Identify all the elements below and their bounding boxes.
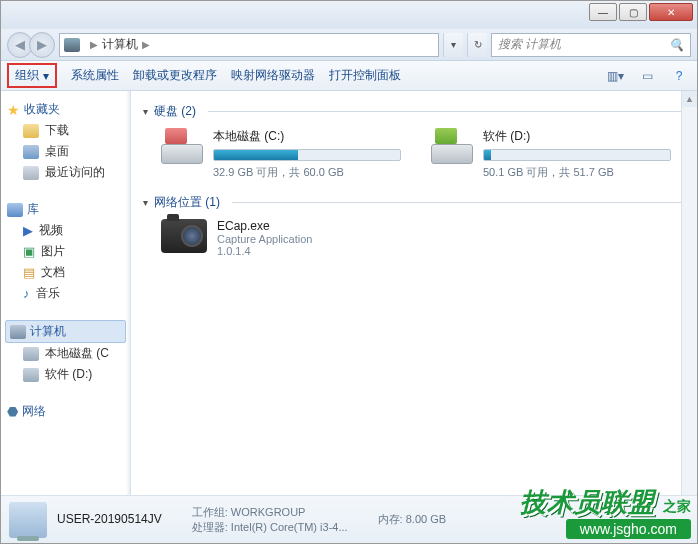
address-bar[interactable]: ▶ 计算机 ▶ [59, 33, 439, 57]
file-name: ECap.exe [217, 219, 312, 233]
chevron-icon[interactable]: ▶ [142, 39, 150, 50]
camera-icon [161, 219, 207, 253]
sidebar-item-recent[interactable]: 最近访问的 [5, 162, 126, 183]
group-header-drives[interactable]: ▾ 硬盘 (2) [143, 103, 685, 120]
preview-pane-button[interactable]: ▭ [635, 65, 659, 87]
folder-icon [23, 124, 39, 138]
file-description: Capture Application [217, 233, 312, 245]
address-text: 计算机 [102, 36, 138, 53]
music-icon: ♪ [23, 286, 30, 301]
disclosure-triangle-icon: ▾ [143, 106, 148, 117]
mem-label: 内存: [378, 513, 403, 525]
map-network-drive-button[interactable]: 映射网络驱动器 [231, 67, 315, 84]
sidebar: ★ 收藏夹 下载 桌面 最近访问的 库 ▶ 视频 [1, 91, 131, 495]
computer-icon [64, 38, 80, 52]
forward-button[interactable]: ▶ [29, 32, 55, 58]
chevron-down-icon: ▾ [618, 69, 624, 83]
scrollbar[interactable]: ▲ [681, 91, 697, 495]
view-mode-button[interactable]: ▥ ▾ [603, 65, 627, 87]
disclosure-triangle-icon: ▾ [143, 197, 148, 208]
computer-label: 计算机 [30, 323, 66, 340]
group-header-network[interactable]: ▾ 网络位置 (1) [143, 194, 685, 211]
sidebar-network-header[interactable]: ⬣ 网络 [5, 401, 126, 422]
drive-icon [23, 347, 39, 361]
drive-icon [431, 128, 473, 164]
network-icon: ⬣ [7, 404, 18, 419]
navigation-bar: ◀ ▶ ▶ 计算机 ▶ ▾ ↻ 搜索 计算机 🔍 [1, 29, 697, 61]
item-label: 桌面 [45, 143, 69, 160]
video-icon: ▶ [23, 223, 33, 238]
cpu-value: Intel(R) Core(TM) i3-4... [231, 521, 348, 533]
group-title: 硬盘 (2) [154, 103, 196, 120]
drive-name: 本地磁盘 (C:) [213, 128, 401, 145]
window-controls: — ▢ ✕ [589, 3, 693, 21]
item-label: 软件 (D:) [45, 366, 92, 383]
star-icon: ★ [7, 102, 20, 118]
body: ★ 收藏夹 下载 桌面 最近访问的 库 ▶ 视频 [1, 91, 697, 495]
sidebar-network: ⬣ 网络 [5, 401, 126, 422]
nav-arrows: ◀ ▶ [7, 32, 55, 58]
network-label: 网络 [22, 403, 46, 420]
uninstall-programs-button[interactable]: 卸载或更改程序 [133, 67, 217, 84]
sidebar-item-pictures[interactable]: ▣ 图片 [5, 241, 126, 262]
sidebar-item-desktop[interactable]: 桌面 [5, 141, 126, 162]
item-label: 图片 [41, 243, 65, 260]
details-pane: USER-20190514JV 工作组: WORKGROUP 处理器: Inte… [1, 495, 697, 543]
sidebar-item-downloads[interactable]: 下载 [5, 120, 126, 141]
drive-info: 软件 (D:) 50.1 GB 可用，共 51.7 GB [483, 128, 671, 180]
sidebar-favorites: ★ 收藏夹 下载 桌面 最近访问的 [5, 99, 126, 183]
search-input[interactable]: 搜索 计算机 🔍 [491, 33, 691, 57]
address-dropdown[interactable]: ▾ [443, 33, 463, 57]
sidebar-libraries-header[interactable]: 库 [5, 199, 126, 220]
library-icon [7, 203, 23, 217]
content-pane: ▾ 硬盘 (2) 本地磁盘 (C:) 32.9 GB 可用，共 60.0 GB … [131, 91, 697, 495]
drive-usage-bar [483, 149, 671, 161]
close-button[interactable]: ✕ [649, 3, 693, 21]
file-version: 1.0.1.4 [217, 245, 312, 257]
drive-c[interactable]: 本地磁盘 (C:) 32.9 GB 可用，共 60.0 GB [161, 128, 401, 180]
sidebar-resizer[interactable] [126, 91, 130, 495]
open-control-panel-button[interactable]: 打开控制面板 [329, 67, 401, 84]
refresh-button[interactable]: ↻ [467, 33, 487, 57]
drive-name: 软件 (D:) [483, 128, 671, 145]
toolbar: 组织 ▾ 系统属性 卸载或更改程序 映射网络驱动器 打开控制面板 ▥ ▾ ▭ ? [1, 61, 697, 91]
system-properties-button[interactable]: 系统属性 [71, 67, 119, 84]
details-columns: 工作组: WORKGROUP 处理器: Intel(R) Core(TM) i3… [192, 505, 348, 535]
search-icon: 🔍 [669, 38, 684, 52]
item-label: 本地磁盘 (C [45, 345, 109, 362]
view-icon: ▥ [607, 69, 618, 83]
organize-button[interactable]: 组织 ▾ [7, 63, 57, 88]
sidebar-computer: 计算机 本地磁盘 (C 软件 (D:) [5, 320, 126, 385]
toolbar-right: ▥ ▾ ▭ ? [603, 65, 691, 87]
item-label: 视频 [39, 222, 63, 239]
item-label: 音乐 [36, 285, 60, 302]
network-item-ecap[interactable]: ECap.exe Capture Application 1.0.1.4 [161, 219, 685, 257]
group-divider [208, 111, 685, 112]
organize-label: 组织 [15, 67, 39, 84]
sidebar-item-drive-d[interactable]: 软件 (D:) [5, 364, 126, 385]
sidebar-item-music[interactable]: ♪ 音乐 [5, 283, 126, 304]
drive-usage-bar [213, 149, 401, 161]
group-divider [232, 202, 685, 203]
picture-icon: ▣ [23, 244, 35, 259]
drive-d[interactable]: 软件 (D:) 50.1 GB 可用，共 51.7 GB [431, 128, 671, 180]
sidebar-favorites-header[interactable]: ★ 收藏夹 [5, 99, 126, 120]
maximize-button[interactable]: ▢ [619, 3, 647, 21]
sidebar-computer-header[interactable]: 计算机 [5, 320, 126, 343]
scroll-up-button[interactable]: ▲ [682, 91, 697, 107]
computer-large-icon [9, 502, 47, 538]
item-label: 最近访问的 [45, 164, 105, 181]
drive-icon [161, 128, 203, 164]
desktop-icon [23, 145, 39, 159]
drive-stat: 50.1 GB 可用，共 51.7 GB [483, 165, 671, 180]
file-info: ECap.exe Capture Application 1.0.1.4 [217, 219, 312, 257]
minimize-button[interactable]: — [589, 3, 617, 21]
drives-row: 本地磁盘 (C:) 32.9 GB 可用，共 60.0 GB 软件 (D:) 5… [161, 128, 685, 180]
sidebar-item-videos[interactable]: ▶ 视频 [5, 220, 126, 241]
drive-stat: 32.9 GB 可用，共 60.0 GB [213, 165, 401, 180]
group-title: 网络位置 (1) [154, 194, 220, 211]
help-button[interactable]: ? [667, 65, 691, 87]
details-text: USER-20190514JV [57, 511, 162, 528]
sidebar-item-documents[interactable]: ▤ 文档 [5, 262, 126, 283]
sidebar-item-drive-c[interactable]: 本地磁盘 (C [5, 343, 126, 364]
